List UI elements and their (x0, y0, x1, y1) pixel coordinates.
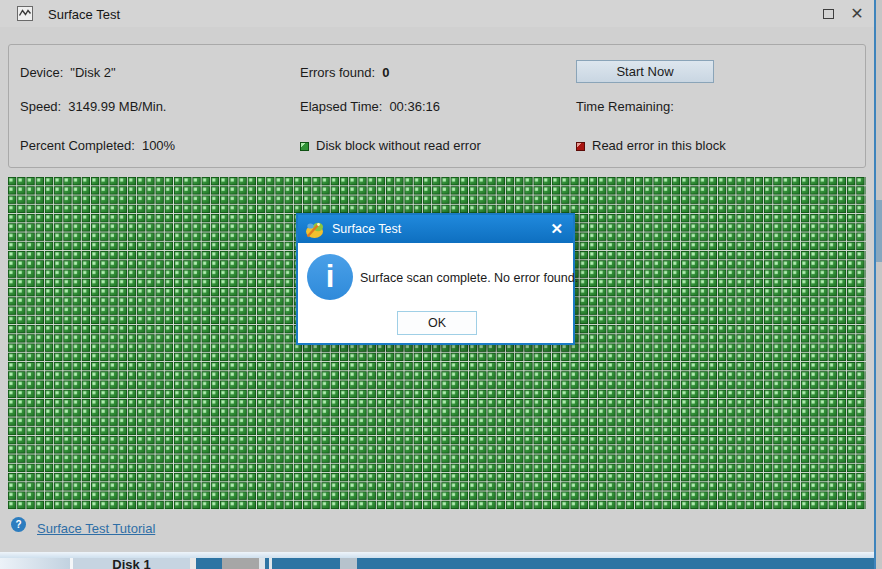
window-title: Surface Test (48, 7, 120, 22)
time-remaining-field: Time Remaining: (576, 99, 681, 114)
maximize-icon (823, 9, 834, 19)
start-now-label: Start Now (616, 64, 673, 79)
background-disk-map-bar: Disk 1 (0, 558, 882, 569)
dialog-message: Surface scan complete. No error found. (360, 271, 578, 285)
device-label: Device: (20, 65, 63, 80)
errors-value: 0 (382, 65, 389, 80)
partition-segment (190, 558, 196, 569)
ok-label: OK (428, 316, 446, 330)
legend-ok-label: Disk block without read error (316, 138, 481, 153)
speed-label: Speed: (20, 99, 61, 114)
green-block-icon (300, 142, 309, 151)
info-icon: i (307, 254, 353, 300)
red-block-icon (576, 142, 585, 151)
ok-button[interactable]: OK (397, 311, 477, 335)
elapsed-label: Elapsed Time: (300, 99, 382, 114)
partition-segment (222, 558, 259, 569)
dialog-title: Surface Test (332, 222, 401, 236)
dialog-close-button[interactable]: ✕ (550, 220, 563, 238)
background-scrollbar[interactable] (876, 0, 882, 569)
partition-wizard-logo-icon (305, 220, 324, 239)
legend-error-label: Read error in this block (592, 138, 726, 153)
percent-value: 100% (142, 138, 175, 153)
legend-ok: Disk block without read error (300, 138, 481, 153)
legend-error: Read error in this block (576, 138, 726, 153)
window-titlebar: Surface Test ✕ (0, 0, 876, 27)
partition-segment (259, 558, 265, 569)
close-icon: ✕ (850, 6, 863, 22)
dialog-titlebar: Surface Test ✕ (298, 215, 573, 243)
percent-label: Percent Completed: (20, 138, 135, 153)
partition-segment (0, 558, 70, 569)
surface-test-window-icon (17, 6, 33, 21)
help-icon: ? (11, 517, 26, 532)
percent-completed-field: Percent Completed:100% (20, 138, 175, 153)
speed-value: 3149.99 MB/Min. (68, 99, 166, 114)
maximize-button[interactable] (817, 4, 839, 24)
remaining-label: Time Remaining: (576, 99, 674, 114)
elapsed-time-field: Elapsed Time:00:36:16 (300, 99, 440, 114)
partition-segment (340, 558, 357, 569)
speed-field: Speed:3149.99 MB/Min. (20, 99, 166, 114)
errors-found-field: Errors found:0 (300, 65, 389, 80)
elapsed-value: 00:36:16 (389, 99, 440, 114)
scrollbar-thumb[interactable] (876, 200, 882, 262)
surface-test-result-dialog: Surface Test ✕ i Surface scan complete. … (296, 213, 575, 345)
errors-label: Errors found: (300, 65, 375, 80)
partition-segment (269, 558, 272, 569)
start-now-button[interactable]: Start Now (576, 60, 714, 83)
device-field: Device:"Disk 2" (20, 65, 116, 80)
close-button[interactable]: ✕ (846, 4, 868, 24)
disk1-label: Disk 1 (73, 558, 190, 569)
device-value: "Disk 2" (70, 65, 115, 80)
surface-test-tutorial-link[interactable]: Surface Test Tutorial (37, 521, 155, 536)
